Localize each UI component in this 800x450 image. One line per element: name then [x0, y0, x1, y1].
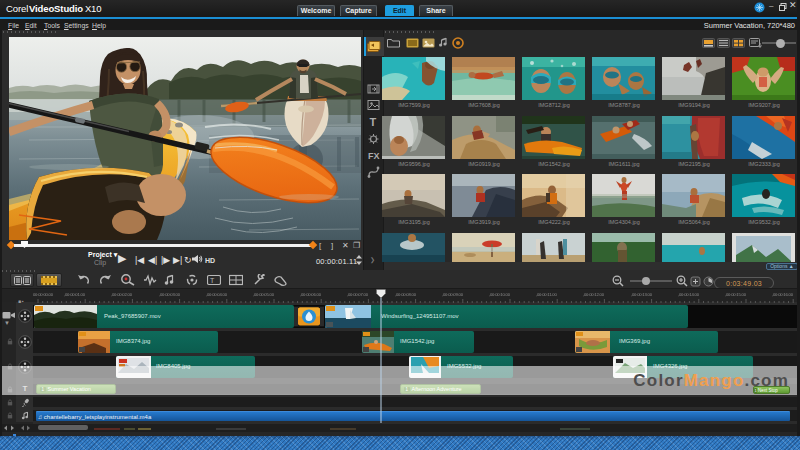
- svg-text:T: T: [210, 277, 215, 284]
